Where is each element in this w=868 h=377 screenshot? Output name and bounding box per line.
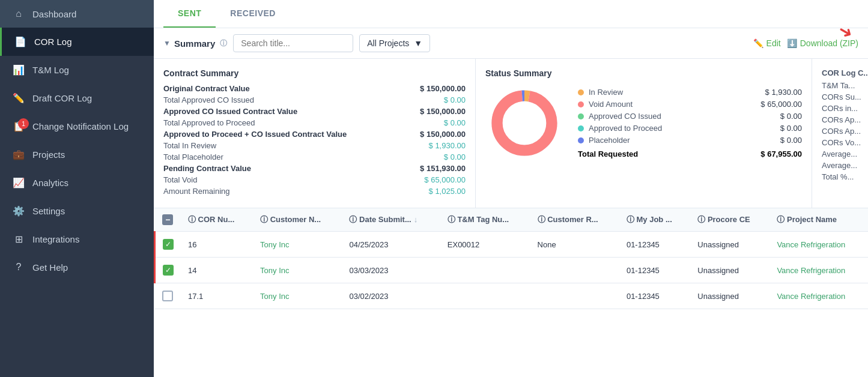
sidebar-label-dashboard: Dashboard (32, 9, 76, 19)
date-submitted-cell: 03/02/2023 (342, 283, 440, 309)
col-header-customer-name[interactable]: ⓘ Customer N... (253, 208, 342, 232)
contract-summary-row: Approved to Proceed + CO Issued Contract… (163, 130, 466, 139)
cor-log-summary-panel: COR Log C... T&M Ta...CORs Su...CORs in.… (812, 59, 868, 208)
sidebar-label-get-help: Get Help (32, 262, 68, 273)
sidebar-icon-analytics: 📈 (12, 177, 25, 188)
sidebar-label-analytics: Analytics (32, 178, 68, 188)
legend-value: $ 0.00 (780, 136, 802, 145)
my-job-cell: 01-12345 (619, 232, 690, 258)
donut-chart (485, 84, 563, 162)
col-header-date-submitted[interactable]: ⓘ Date Submit...↓ (342, 208, 440, 232)
col-header-customer-reference[interactable]: ⓘ Customer R... (530, 208, 619, 232)
cor-number-cell: 17.1 (181, 283, 253, 309)
col-header-project-name[interactable]: ⓘ Project Name (769, 208, 868, 232)
customer-name-cell[interactable]: Tony Inc (253, 283, 342, 309)
sidebar-item-projects[interactable]: 💼 Projects (0, 140, 154, 169)
projects-dropdown[interactable]: All Projects ▼ (359, 34, 430, 52)
status-legend: In Review $ 1,930.00 Void Amount $ 65,00… (578, 88, 802, 158)
summary-label: Summary (174, 38, 215, 49)
cs-row-label: Pending Contract Value (163, 164, 251, 173)
header-checkbox[interactable]: − (162, 214, 173, 225)
col-header-cor-number[interactable]: ⓘ COR Nu... (181, 208, 253, 232)
col-label-date-submitted: ⓘ Date Submit... (349, 215, 411, 224)
col-label-my-job: ⓘ My Job ... (627, 215, 672, 224)
row-checkbox-cell: ✓ (155, 232, 181, 258)
contract-summary-row: Approved CO Issued Contract Value $ 150,… (163, 107, 466, 116)
project-name-cell[interactable]: Vance Refrigeration (769, 283, 868, 309)
date-submitted-cell: 04/25/2023 (342, 232, 440, 258)
sidebar-label-cor-log: COR Log (34, 37, 72, 47)
row-checkbox-cell: ✓ (155, 258, 181, 283)
download-button[interactable]: ➜ ⬇️ Download (ZIP) (787, 38, 858, 48)
legend-value: $ 1,930.00 (765, 88, 802, 97)
my-job-cell: 01-12345 (619, 258, 690, 283)
legend-row: Void Amount $ 65,000.00 (578, 100, 802, 109)
legend-label: In Review (589, 88, 760, 97)
summary-toggle[interactable]: ▼ Summary ⓘ (163, 38, 227, 49)
customer-name-cell-link[interactable]: Tony Inc (260, 292, 289, 301)
cor-log-summary-item: CORs Su... (822, 92, 868, 101)
row-checkbox[interactable]: ✓ (163, 265, 174, 276)
sidebar-icon-integrations: ⊞ (12, 234, 25, 245)
sidebar-label-draft-cor-log: Draft COR Log (32, 93, 92, 103)
sidebar-item-analytics[interactable]: 📈 Analytics (0, 169, 154, 197)
status-summary-title: Status Summary (485, 68, 802, 78)
contract-summary-rows: Original Contract Value $ 150,000.00Tota… (163, 84, 466, 196)
cs-row-label: Original Contract Value (163, 84, 250, 93)
sidebar-item-tm-log[interactable]: 📊 T&M Log (0, 56, 154, 84)
legend-dot (578, 89, 584, 95)
table-section: −ⓘ COR Nu...ⓘ Customer N...ⓘ Date Submit… (154, 208, 868, 377)
col-header-tm-tag-number[interactable]: ⓘ T&M Tag Nu... (440, 208, 530, 232)
sidebar-item-dashboard[interactable]: ⌂ Dashboard (0, 0, 154, 28)
sidebar-item-integrations[interactable]: ⊞ Integrations (0, 225, 154, 253)
cs-row-label: Approved CO Issued Contract Value (163, 107, 297, 116)
sidebar-item-cor-log[interactable]: 📄 COR Log (0, 28, 154, 56)
cs-row-value: $ 150,000.00 (420, 84, 466, 93)
table-row: ✓16Tony Inc04/25/2023EX00012None01-12345… (155, 232, 869, 258)
cor-number-cell: 16 (181, 232, 253, 258)
customer-name-cell[interactable]: Tony Inc (253, 232, 342, 258)
project-name-cell[interactable]: Vance Refrigeration (769, 258, 868, 283)
sidebar: ⌂ Dashboard📄 COR Log📊 T&M Log✏️ Draft CO… (0, 0, 154, 377)
cs-row-value: $ 0.00 (444, 152, 466, 161)
tm-tag-cell: EX00012 (440, 232, 530, 258)
contract-summary-row: Total Placeholder $ 0.00 (163, 152, 466, 161)
cs-row-value: $ 1,025.00 (429, 187, 466, 196)
search-input[interactable] (233, 34, 353, 52)
edit-label: Edit (766, 38, 781, 48)
legend-row: In Review $ 1,930.00 (578, 88, 802, 97)
col-header-my-job[interactable]: ⓘ My Job ... (619, 208, 690, 232)
sidebar-icon-projects: 💼 (12, 149, 25, 160)
tab-received[interactable]: RECEIVED (216, 0, 290, 28)
tm-tag-cell (440, 258, 530, 283)
main-content: SENTRECEIVED ▼ Summary ⓘ All Projects ▼ … (154, 0, 868, 377)
sidebar-label-projects: Projects (32, 149, 65, 160)
project-name-cell[interactable]: Vance Refrigeration (769, 232, 868, 258)
sidebar-item-settings[interactable]: ⚙️ Settings (0, 197, 154, 225)
cor-log-summary-item: CORs Ap... (822, 127, 868, 136)
sidebar-item-change-notification-log[interactable]: 📋 Change Notification Log1 (0, 112, 154, 140)
col-header-procore-ce[interactable]: ⓘ Procore CE (690, 208, 769, 232)
project-name-cell-link[interactable]: Vance Refrigeration (777, 292, 845, 301)
edit-button[interactable]: ✏️ Edit (753, 38, 781, 48)
customer-name-cell-link[interactable]: Tony Inc (260, 240, 289, 249)
row-checkbox[interactable] (162, 291, 173, 301)
date-submitted-cell: 03/03/2023 (342, 258, 440, 283)
col-label-customer-name: ⓘ Customer N... (260, 215, 321, 224)
project-name-cell-link[interactable]: Vance Refrigeration (777, 240, 845, 249)
sidebar-item-get-help[interactable]: ? Get Help (0, 253, 154, 281)
cs-row-value: $ 150,000.00 (420, 130, 466, 139)
customer-name-cell-link[interactable]: Tony Inc (260, 266, 289, 275)
sidebar-label-settings: Settings (32, 206, 65, 216)
cor-log-summary-item: CORs Ap... (822, 115, 868, 124)
project-name-cell-link[interactable]: Vance Refrigeration (777, 266, 845, 275)
cor-log-summary-item: T&M Ta... (822, 81, 868, 90)
customer-ref-cell (530, 258, 619, 283)
sidebar-item-draft-cor-log[interactable]: ✏️ Draft COR Log (0, 84, 154, 112)
sidebar-icon-dashboard: ⌂ (12, 8, 25, 19)
tab-sent[interactable]: SENT (163, 0, 216, 28)
row-checkbox[interactable]: ✓ (163, 239, 174, 250)
customer-name-cell[interactable]: Tony Inc (253, 258, 342, 283)
cor-log-items: T&M Ta...CORs Su...CORs in...CORs Ap...C… (822, 81, 868, 181)
col-label-tm-tag-number: ⓘ T&M Tag Nu... (448, 215, 509, 224)
